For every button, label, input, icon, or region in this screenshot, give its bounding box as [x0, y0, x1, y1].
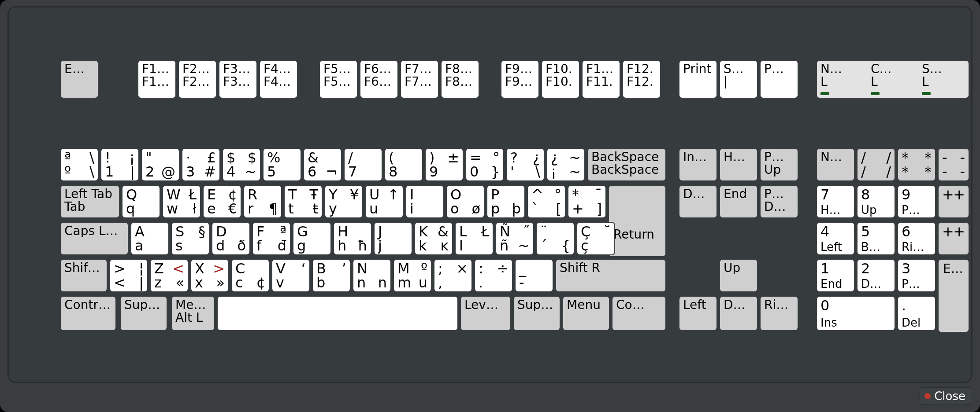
key-r[interactable]: Rr¶ — [243, 185, 282, 218]
key-left[interactable]: Left — [679, 296, 717, 331]
key-f6[interactable]: F6…F6… — [360, 60, 398, 99]
key-ntilde[interactable]: Ñ˝ñ~ — [495, 222, 534, 255]
key-pageup[interactable]: P…Up — [760, 148, 798, 181]
key-comma[interactable]: ;×, — [434, 259, 472, 292]
key-kp-3[interactable]: 3P… — [897, 259, 936, 292]
key-f9[interactable]: F9…F9… — [501, 60, 539, 99]
key-backspace[interactable]: BackSpaceBackSpace — [587, 148, 666, 181]
key-print[interactable]: Print — [679, 60, 717, 99]
key-left-super[interactable]: Sup… — [120, 296, 167, 331]
key-dead-acute[interactable]: ¨´{ — [536, 222, 575, 255]
key-2[interactable]: "2@ — [141, 148, 180, 181]
key-less[interactable]: >¦<| — [109, 259, 148, 292]
key-end[interactable]: End — [719, 185, 758, 218]
key-kp-4[interactable]: 4Left — [816, 222, 855, 255]
key-escape[interactable]: E… — [60, 60, 99, 99]
key-kp-1[interactable]: 1End — [816, 259, 855, 292]
key-f8[interactable]: F8…F8… — [441, 60, 479, 99]
key-e[interactable]: E¢e€ — [203, 185, 241, 218]
key-kp-8[interactable]: 8Up — [857, 185, 895, 218]
key-q[interactable]: Qq — [122, 185, 160, 218]
key-f5[interactable]: F5…F5… — [319, 60, 358, 99]
key-tab[interactable]: Left TabTab — [60, 185, 120, 218]
key-kp-add-upper[interactable]: ++ — [938, 185, 969, 218]
key-kp-7[interactable]: 7H… — [816, 185, 855, 218]
key-kp-subtract[interactable]: ---- — [938, 148, 969, 181]
key-f7[interactable]: F7…F7… — [400, 60, 439, 99]
key-period[interactable]: :÷. — [474, 259, 513, 292]
key-scroll-lock[interactable]: S…| — [719, 60, 758, 99]
key-k[interactable]: K&kĸ — [414, 222, 453, 255]
key-p[interactable]: Ppþ — [486, 185, 525, 218]
key-c[interactable]: Cc¢ — [231, 259, 270, 292]
key-f1[interactable]: F1…F1… — [137, 60, 176, 99]
key-ccedilla[interactable]: Ç˘ç — [576, 222, 615, 255]
key-w[interactable]: WŁwł — [162, 185, 201, 218]
key-4[interactable]: $$4~ — [222, 148, 261, 181]
key-l[interactable]: LŁl — [455, 222, 494, 255]
key-level3[interactable]: Lev… — [460, 296, 511, 331]
key-f[interactable]: Fªfđ — [252, 222, 291, 255]
key-kp-5[interactable]: 5B… — [857, 222, 895, 255]
key-u[interactable]: U↑u — [365, 185, 404, 218]
key-numlock[interactable]: N… — [816, 148, 855, 181]
key-v[interactable]: V‘v — [271, 259, 310, 292]
key-grave[interactable]: ª\º\ — [60, 148, 99, 181]
key-right-shift[interactable]: Shift R — [555, 259, 666, 292]
key-kp-divide[interactable]: //// — [857, 148, 895, 181]
key-b[interactable]: B’b — [312, 259, 351, 292]
key-kp-2[interactable]: 2D… — [857, 259, 895, 292]
key-7[interactable]: /7 — [344, 148, 382, 181]
key-plus[interactable]: *¯+] — [568, 185, 606, 218]
key-kp-multiply[interactable]: **** — [897, 148, 936, 181]
key-dead-grave[interactable]: ^°`[ — [527, 185, 566, 218]
key-pagedown[interactable]: P…D… — [760, 185, 798, 218]
key-left-alt[interactable]: Met…Alt L — [171, 296, 215, 331]
key-h[interactable]: Hhħ — [333, 222, 372, 255]
key-right-super[interactable]: Sup… — [513, 296, 561, 331]
key-f3[interactable]: F3…F3… — [219, 60, 257, 99]
key-capslock[interactable]: Caps L… — [60, 222, 129, 255]
key-kp-decimal[interactable]: .Del — [897, 296, 936, 331]
key-5[interactable]: %5 — [263, 148, 301, 181]
close-button[interactable]: Close — [920, 387, 972, 405]
key-j[interactable]: Jj — [374, 222, 412, 255]
key-3[interactable]: ·£3# — [182, 148, 220, 181]
key-kp-add-lower[interactable]: ++ — [938, 222, 969, 255]
key-f12[interactable]: F12.F12. — [622, 60, 661, 99]
key-y[interactable]: Y¥y — [324, 185, 363, 218]
key-left-shift[interactable]: Shift L — [60, 259, 108, 292]
key-6[interactable]: &6¬ — [303, 148, 342, 181]
key-insert[interactable]: In… — [679, 148, 717, 181]
key-s[interactable]: S§s — [171, 222, 210, 255]
key-z[interactable]: Z<z« — [150, 259, 189, 292]
key-f2[interactable]: F2…F2… — [178, 60, 217, 99]
key-minus[interactable]: _- — [515, 259, 553, 292]
key-space[interactable] — [217, 296, 458, 331]
key-home[interactable]: H… — [719, 148, 758, 181]
key-0[interactable]: =°0} — [465, 148, 504, 181]
key-exclamdown[interactable]: ¿~¡~ — [546, 148, 585, 181]
key-m[interactable]: Mºmu — [393, 259, 432, 292]
key-f4[interactable]: F4…F4… — [259, 60, 298, 99]
key-i[interactable]: Ii — [405, 185, 444, 218]
key-up[interactable]: Up — [719, 259, 758, 292]
key-t[interactable]: TŦtŧ — [284, 185, 323, 218]
key-pause[interactable]: P… — [760, 60, 798, 99]
key-down[interactable]: D… — [719, 296, 758, 331]
key-f10[interactable]: F10.F10. — [541, 60, 580, 99]
key-d[interactable]: Ddð — [212, 222, 250, 255]
key-1[interactable]: !¡1| — [100, 148, 139, 181]
key-menu[interactable]: Menu — [562, 296, 610, 331]
key-n[interactable]: Nnn — [353, 259, 391, 292]
key-f11[interactable]: F11…F11. — [582, 60, 620, 99]
key-kp-0[interactable]: 0Ins — [816, 296, 895, 331]
key-g[interactable]: Gg — [293, 222, 331, 255]
key-o[interactable]: Ooø — [446, 185, 485, 218]
key-return[interactable]: Return — [608, 185, 666, 257]
key-left-control[interactable]: Contr… — [60, 296, 116, 331]
key-delete[interactable]: D… — [679, 185, 717, 218]
key-kp-9[interactable]: 9P… — [897, 185, 936, 218]
key-apostrophe[interactable]: ?¿'\ — [506, 148, 545, 181]
key-right[interactable]: Ri… — [760, 296, 798, 331]
